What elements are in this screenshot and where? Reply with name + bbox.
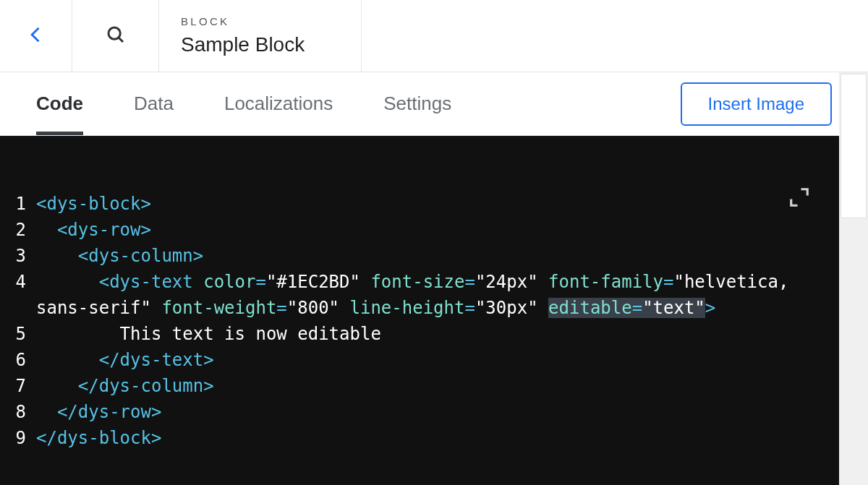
code-content: This text is now editable	[36, 321, 796, 347]
expand-icon[interactable]	[788, 186, 810, 208]
code-content: </dys-text>	[36, 347, 796, 373]
search-icon	[105, 24, 127, 48]
tab-localizations[interactable]: Localizations	[224, 72, 333, 135]
code-line: 6 </dys-text>	[14, 347, 796, 373]
line-number: 4	[14, 269, 36, 321]
tab-data[interactable]: Data	[134, 72, 174, 135]
code-content: <dys-column>	[36, 243, 796, 269]
code-line: 9</dys-block>	[14, 425, 796, 451]
editor-wrap: 1<dys-block>2 <dys-row>3 <dys-column>4 <…	[0, 136, 839, 485]
toolbar: CodeDataLocalizationsSettings Insert Ima…	[0, 72, 868, 136]
code-content: </dys-block>	[36, 425, 796, 451]
line-number: 8	[14, 399, 36, 425]
line-number: 6	[14, 347, 36, 373]
code-line: 7 </dys-column>	[14, 373, 796, 399]
header: BLOCK Sample Block	[0, 0, 868, 72]
code-content: <dys-block>	[36, 191, 796, 217]
code-line: 4 <dys-text color="#1EC2BD" font-size="2…	[14, 269, 796, 321]
code-line: 2 <dys-row>	[14, 217, 796, 243]
code-editor[interactable]: 1<dys-block>2 <dys-row>3 <dys-column>4 <…	[0, 136, 839, 485]
svg-line-1	[119, 38, 123, 42]
line-number: 3	[14, 243, 36, 269]
line-number: 1	[14, 191, 36, 217]
insert-image-button[interactable]: Insert Image	[681, 82, 832, 126]
code-content: <dys-text color="#1EC2BD" font-size="24p…	[36, 269, 796, 321]
code-line: 5 This text is now editable	[14, 321, 796, 347]
title-block: BLOCK Sample Block	[159, 0, 362, 72]
code-line: 3 <dys-column>	[14, 243, 796, 269]
title-suptitle: BLOCK	[181, 15, 229, 27]
code-content: </dys-column>	[36, 373, 796, 399]
page-title: Sample Block	[181, 33, 305, 56]
code-content: <dys-row>	[36, 217, 796, 243]
tab-list: CodeDataLocalizationsSettings	[36, 72, 451, 135]
line-number: 2	[14, 217, 36, 243]
code-line: 1<dys-block>	[14, 191, 796, 217]
line-number: 9	[14, 425, 36, 451]
svg-point-0	[109, 27, 120, 39]
scrollbar-thumb[interactable]	[841, 74, 867, 218]
search-button[interactable]	[72, 0, 159, 72]
tab-settings[interactable]: Settings	[383, 72, 451, 135]
header-spacer	[362, 0, 868, 72]
code-line: 8 </dys-row>	[14, 399, 796, 425]
tab-code[interactable]: Code	[36, 72, 83, 135]
code-content: </dys-row>	[36, 399, 796, 425]
line-number: 7	[14, 373, 36, 399]
line-number: 5	[14, 321, 36, 347]
vertical-scrollbar[interactable]	[839, 72, 868, 485]
back-button[interactable]	[0, 0, 72, 72]
chevron-left-icon	[26, 25, 46, 48]
